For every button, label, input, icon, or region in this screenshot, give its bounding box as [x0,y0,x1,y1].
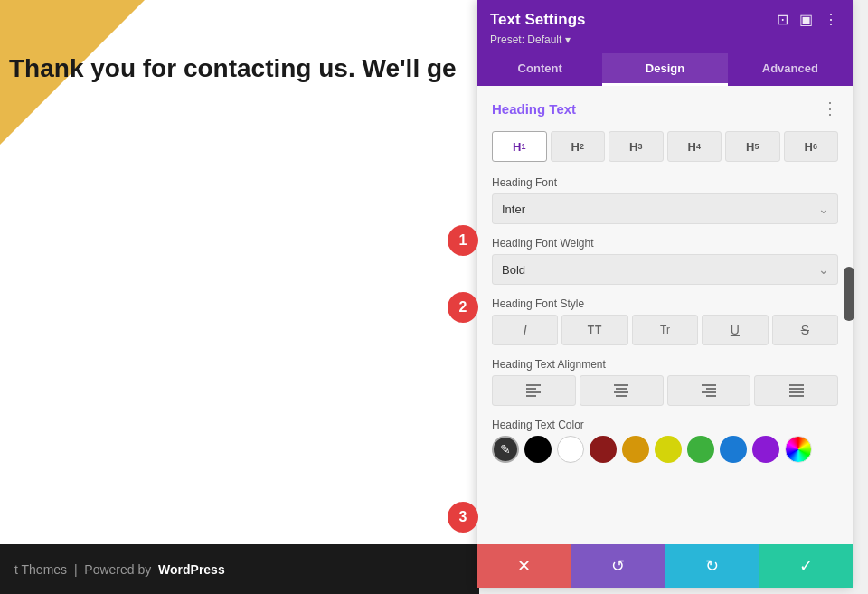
panel-body: Heading Text ⋮ H1 H2 H3 H4 H5 H6 Heading… [477,86,853,544]
color-blue[interactable] [720,436,747,463]
heading-font-style-field: Heading Font Style I TT Tr U S [492,297,838,345]
heading-font-weight-select-wrapper: Bold [492,254,838,285]
badge-2: 2 [448,292,478,323]
color-white[interactable] [557,436,584,463]
badge-1: 1 [448,225,478,256]
panel-footer: ✕ ↺ ↻ ✓ [477,544,853,588]
svg-rect-5 [616,388,627,390]
uppercase-button[interactable]: TT [561,315,627,345]
redo-button[interactable]: ↻ [665,544,760,588]
svg-rect-10 [702,391,716,393]
svg-rect-13 [789,388,804,390]
svg-rect-11 [706,395,716,397]
tab-content[interactable]: Content [477,53,602,86]
section-more-icon[interactable]: ⋮ [822,99,838,118]
color-rainbow[interactable] [785,436,812,463]
svg-rect-0 [526,384,541,386]
align-justify-button[interactable] [754,375,838,406]
heading-font-style-label: Heading Font Style [492,297,838,310]
svg-rect-7 [616,395,627,397]
h6-button[interactable]: H6 [784,131,839,162]
resize-handle[interactable] [844,267,854,321]
tab-advanced[interactable]: Advanced [728,53,853,86]
heading-font-weight-select[interactable]: Bold [492,254,838,285]
save-button[interactable]: ✓ [759,544,853,588]
style-buttons: I TT Tr U S [492,315,838,345]
h5-button[interactable]: H5 [725,131,780,162]
align-left-button[interactable] [492,375,576,406]
svg-rect-2 [526,391,541,393]
undo-button[interactable]: ↺ [571,544,665,588]
text-settings-panel: Text Settings ⊡ ▣ ⋮ Preset: Default ▾ Co… [477,0,853,588]
badge-3: 3 [448,502,478,533]
panel-expand-icon[interactable]: ▣ [797,9,815,30]
cancel-button[interactable]: ✕ [477,544,571,588]
svg-rect-1 [526,388,536,390]
svg-rect-15 [789,395,804,397]
italic-button[interactable]: I [492,315,558,345]
align-center-button[interactable] [580,375,664,406]
svg-rect-14 [789,391,804,393]
main-heading-text: Thank you for contacting us. We'll ge [9,54,457,83]
svg-rect-3 [526,395,536,397]
color-dark-red[interactable] [590,436,617,463]
align-right-button[interactable] [667,375,751,406]
heading-font-weight-field: Heading Font Weight Bold [492,237,838,285]
section-title: Heading Text [492,101,576,117]
color-purple[interactable] [752,436,779,463]
heading-text-color-label: Heading Text Color [492,419,838,431]
footer-bar: t Themes | Powered by WordPress [0,544,479,594]
panel-responsive-icon[interactable]: ⊡ [775,9,790,30]
pencil-icon: ✎ [500,442,511,457]
heading-text-alignment-label: Heading Text Alignment [492,358,838,371]
heading-font-weight-label: Heading Font Weight [492,237,838,250]
footer-text: t Themes | Powered by WordPress [14,562,225,577]
heading-font-field: Heading Font Inter [492,176,838,224]
svg-rect-12 [789,384,804,386]
h1-button[interactable]: H1 [492,131,547,162]
panel-tabs: Content Design Advanced [477,53,853,86]
svg-rect-6 [614,391,628,393]
panel-preset[interactable]: Preset: Default ▾ [490,33,840,46]
svg-rect-9 [706,388,716,390]
panel-title-row: Text Settings ⊡ ▣ ⋮ [490,9,840,30]
heading-font-select-wrapper: Inter [492,193,838,224]
color-black[interactable] [524,436,552,463]
heading-font-label: Heading Font [492,176,838,189]
panel-header: Text Settings ⊡ ▣ ⋮ Preset: Default ▾ [477,0,853,53]
tab-design[interactable]: Design [602,53,727,86]
capitalize-button[interactable]: Tr [632,315,698,345]
color-swatches: ✎ [492,436,838,463]
heading-text-alignment-field: Heading Text Alignment [492,358,838,406]
color-green[interactable] [687,436,714,463]
color-picker-button[interactable]: ✎ [492,436,519,463]
section-header: Heading Text ⋮ [492,99,838,118]
h2-button[interactable]: H2 [551,131,606,162]
heading-levels: H1 H2 H3 H4 H5 H6 [492,131,838,162]
strikethrough-button[interactable]: S [772,315,838,345]
panel-more-icon[interactable]: ⋮ [822,9,840,30]
h4-button[interactable]: H4 [667,131,722,162]
underline-button[interactable]: U [702,315,768,345]
color-yellow[interactable] [655,436,682,463]
heading-font-select[interactable]: Inter [492,193,838,224]
svg-rect-8 [702,384,716,386]
background-area: Thank you for contacting us. We'll ge t … [0,0,479,594]
align-buttons [492,375,838,406]
panel-title-icons: ⊡ ▣ ⋮ [775,9,840,30]
heading-text-color-field: Heading Text Color ✎ [492,419,838,463]
color-orange[interactable] [622,436,649,463]
h3-button[interactable]: H3 [609,131,664,162]
svg-rect-4 [614,384,628,386]
panel-title: Text Settings [490,11,585,29]
